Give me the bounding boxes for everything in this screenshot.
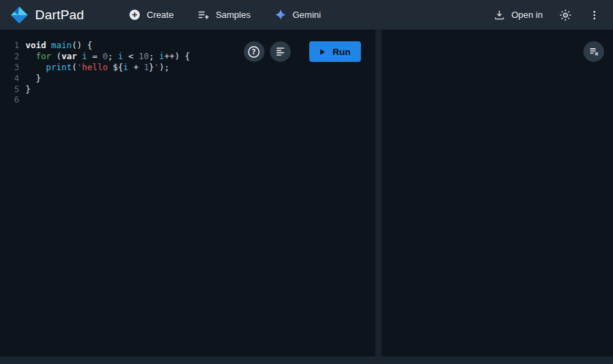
gemini-menu-label: Gemini [293, 10, 321, 20]
kebab-menu-icon [588, 9, 601, 21]
run-button-label: Run [333, 47, 351, 57]
status-bar [0, 356, 613, 364]
create-menu-button[interactable]: Create [128, 8, 174, 21]
clear-console-button[interactable] [583, 41, 604, 62]
open-in-button[interactable]: Open in [493, 9, 543, 21]
app-bar: DartPad Create Samples [0, 0, 613, 30]
help-button[interactable]: ? [244, 41, 264, 62]
create-menu-label: Create [147, 10, 174, 20]
help-icon: ? [247, 45, 261, 59]
overflow-menu-button[interactable] [588, 9, 601, 21]
line-number: 4 [0, 73, 19, 84]
code-line: 4 } [0, 73, 375, 84]
line-number: 3 [0, 62, 19, 73]
play-icon [317, 47, 327, 57]
main-area: 1void main() {2 for (var i = 0; i < 10; … [0, 30, 613, 356]
code-line: 5} [0, 84, 375, 95]
samples-menu-label: Samples [216, 10, 251, 20]
dart-logo-icon [10, 6, 29, 25]
playlist-add-icon [197, 8, 210, 21]
add-circle-icon [128, 8, 141, 21]
samples-menu-button[interactable]: Samples [197, 8, 251, 21]
open-in-label: Open in [511, 10, 543, 20]
code-line: 6 [0, 94, 375, 105]
brightness-icon [559, 8, 572, 22]
appbar-right: Open in [493, 8, 601, 22]
line-number: 6 [0, 94, 19, 105]
theme-toggle-button[interactable] [559, 8, 572, 22]
clear-console-icon [588, 46, 600, 58]
run-button[interactable]: Run [309, 41, 361, 62]
console-actions [583, 41, 604, 62]
code-line: 3 print('hello ${i + 1}'); [0, 62, 375, 73]
format-code-button[interactable] [270, 41, 291, 62]
format-icon [275, 46, 286, 57]
appbar-menus: Create Samples Gemini [128, 8, 321, 21]
console-panel [382, 30, 613, 356]
line-number: 2 [0, 51, 19, 62]
panel-divider[interactable] [375, 30, 382, 356]
editor-panel: 1void main() {2 for (var i = 0; i < 10; … [0, 30, 375, 356]
line-number: 1 [0, 40, 19, 51]
editor-actions: ? Run [244, 41, 361, 62]
gemini-sparkle-icon [274, 8, 287, 21]
brand: DartPad [10, 6, 84, 25]
download-icon [493, 9, 506, 21]
line-number: 5 [0, 84, 19, 95]
svg-text:?: ? [252, 48, 256, 56]
app-title: DartPad [35, 8, 84, 23]
gemini-menu-button[interactable]: Gemini [274, 8, 321, 21]
